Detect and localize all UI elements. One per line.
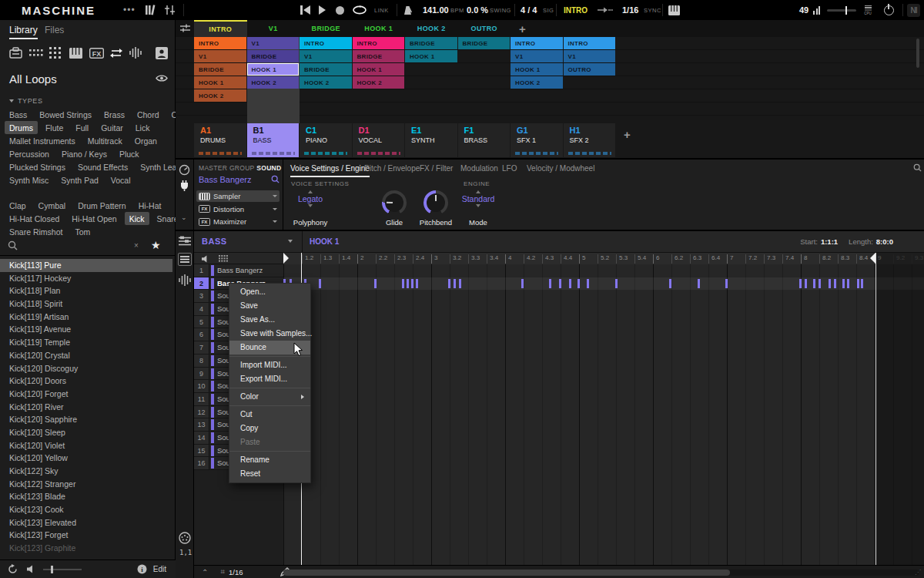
plugin-dropdown-icon[interactable] [273, 195, 277, 197]
type-tag-lick[interactable]: Lick [131, 121, 155, 134]
plugin-tab-5[interactable]: LFO [502, 164, 517, 173]
type-tag-plucked-strings[interactable]: Plucked Strings [5, 160, 70, 173]
type-tag-vocal[interactable]: Vocal [106, 173, 136, 187]
menu-item-save-as[interactable]: Save As... [229, 313, 310, 327]
tempo-display[interactable]: 141.00 [423, 0, 449, 20]
decrement-icon[interactable] [308, 204, 313, 207]
pattern-start-marker[interactable] [283, 253, 289, 264]
fx-icon[interactable]: FX [89, 48, 104, 59]
plugin-tab-4[interactable]: Modulation [460, 164, 498, 173]
midi-note[interactable] [834, 279, 836, 289]
plugin-dropdown-icon[interactable] [273, 220, 277, 223]
result-item[interactable]: Kick[120] Doors [0, 375, 172, 388]
channel-search-icon[interactable] [271, 175, 280, 183]
sampler-view-icon[interactable] [179, 274, 191, 286]
plugin-slot-distortion[interactable]: FXDistortion [196, 203, 280, 215]
projects-icon[interactable] [9, 47, 22, 59]
midi-note[interactable] [319, 279, 321, 289]
type-tag-multitrack[interactable]: Multitrack [83, 134, 127, 147]
tab-library[interactable]: Library [9, 25, 38, 39]
pattern-cell[interactable]: HOOK 1 [511, 63, 563, 76]
channel-name[interactable]: Bass Bangerz [199, 175, 251, 184]
pattern-cell[interactable]: INTRO [564, 37, 616, 49]
midi-icon[interactable] [179, 532, 191, 544]
menu-item-save[interactable]: Save [229, 299, 310, 313]
midi-note[interactable] [459, 279, 461, 289]
result-item[interactable]: Kick[118] Plan [0, 284, 172, 297]
play-button[interactable] [319, 0, 326, 20]
expand-chevron-icon[interactable]: ⌃ [202, 568, 208, 576]
panel-search-icon[interactable] [913, 163, 922, 172]
tab-files[interactable]: Files [45, 25, 64, 35]
subtype-tag-snare-rimshot[interactable]: Snare Rimshot [5, 225, 67, 238]
link-toggle[interactable]: LINK [374, 0, 389, 20]
user-content-icon[interactable] [156, 47, 168, 59]
retrigger-grid-value[interactable]: 1/16 [622, 0, 638, 20]
pattern-cell[interactable]: HOOK 2 [511, 76, 563, 89]
pattern-view-icon[interactable] [178, 253, 192, 266]
midi-note[interactable] [587, 279, 589, 289]
pattern-cell[interactable]: V1 [300, 50, 352, 62]
favorites-star-icon[interactable]: ★ [151, 239, 161, 251]
result-item[interactable]: Kick[120] Discoguy [0, 362, 172, 375]
midi-note[interactable] [411, 279, 413, 289]
menu-item-reset[interactable]: Reset [229, 467, 310, 481]
midi-note[interactable] [861, 279, 863, 289]
restart-button[interactable] [300, 0, 310, 20]
keyboard-icon[interactable] [668, 0, 680, 20]
scrollbar-thumb[interactable] [283, 570, 730, 576]
pattern-cell[interactable]: INTRO [300, 37, 352, 49]
menu-item-export-midi[interactable]: Export MIDI... [229, 372, 310, 386]
group-a1[interactable]: A1DRUMS [194, 123, 246, 157]
menu-item-open[interactable]: Open... [229, 285, 310, 299]
sounds-icon[interactable] [49, 47, 62, 59]
result-item[interactable]: Kick[120] Sapphire [0, 413, 172, 426]
menu-item-color[interactable]: Color [229, 390, 310, 404]
type-tag-synth-misc[interactable]: Synth Misc [5, 173, 53, 187]
collapse-chevron-icon[interactable]: ⌄ [181, 213, 187, 221]
section-tab-intro[interactable]: INTRO [194, 20, 247, 37]
pattern-cell[interactable]: HOOK 2 [194, 89, 246, 102]
type-tag-bass[interactable]: Bass [5, 108, 32, 121]
pattern-cell[interactable]: V1 [511, 50, 563, 62]
timeline-ruler[interactable]: 1.21.31.422.22.32.433.23.33.444.24.34.45… [283, 253, 924, 264]
resize-grip-icon[interactable]: ⋰ [915, 569, 921, 576]
result-item[interactable]: Kick[123] Elevated [0, 516, 172, 529]
section-tab-v1[interactable]: V1 [247, 20, 300, 37]
plugin-tab-6[interactable]: Velocity / Modwheel [527, 164, 594, 173]
plugin-slot-maximizer[interactable]: FXMaximizer [196, 216, 280, 227]
type-tag-flute[interactable]: Flute [41, 121, 68, 134]
add-group-button[interactable]: + [624, 128, 631, 141]
midi-note[interactable] [569, 279, 571, 289]
pattern-cell[interactable]: BRIDGE [194, 63, 246, 76]
section-tab-outro[interactable]: OUTRO [458, 20, 511, 37]
midi-note[interactable] [799, 279, 802, 289]
result-item[interactable]: Kick[113] Pure [0, 259, 172, 272]
metronome-icon[interactable] [403, 0, 413, 20]
plugin-tab-3[interactable]: FX / Filter [420, 164, 453, 173]
midi-note[interactable] [448, 279, 450, 289]
result-item[interactable]: Kick[119] Temple [0, 336, 172, 349]
pattern-cell[interactable]: HOOK 1 [194, 76, 246, 89]
section-tab-hook-1[interactable]: HOOK 1 [353, 20, 406, 37]
midi-note[interactable] [559, 279, 561, 289]
group-c1[interactable]: C1PIANO [300, 123, 352, 157]
groups-icon[interactable] [29, 49, 43, 57]
midi-note[interactable] [578, 279, 580, 289]
type-tag-synth-pad[interactable]: Synth Pad [56, 173, 102, 187]
plugin-plug-icon[interactable] [179, 180, 190, 191]
oneshots-icon[interactable] [129, 47, 142, 59]
type-tag-guitar[interactable]: Guitar [96, 121, 128, 134]
midi-note[interactable] [829, 279, 831, 289]
result-item[interactable]: Kick[120] Crystal [0, 349, 172, 362]
editor-group-name[interactable]: BASS [202, 237, 227, 246]
pattern-cell[interactable]: HOOK 1 [247, 63, 300, 76]
pattern-cell[interactable]: V1 [194, 50, 246, 62]
pattern-end-marker[interactable] [870, 253, 875, 264]
section-tab-hook-2[interactable]: HOOK 2 [405, 20, 458, 37]
pitchbend-knob[interactable] [424, 190, 448, 215]
subtype-tag-cymbal[interactable]: Cymbal [34, 199, 71, 212]
result-item[interactable]: Kick[122] Sky [0, 465, 172, 478]
pattern-cell[interactable]: BRIDGE [247, 50, 300, 62]
menu-item-save-with-samples[interactable]: Save with Samples... [229, 327, 310, 341]
